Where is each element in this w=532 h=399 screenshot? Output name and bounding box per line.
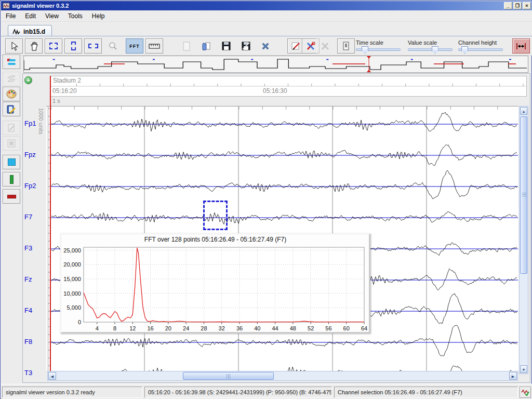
page-start-marker	[50, 76, 51, 370]
marker-green-button[interactable]	[3, 172, 20, 187]
tabstrip: inb15.d	[1, 22, 532, 36]
channel-label-f7[interactable]: F7	[24, 213, 32, 221]
notebook-pencil-icon	[6, 104, 17, 114]
fit-width-icon	[516, 42, 526, 50]
document-icon	[342, 42, 350, 51]
channel-label-f3[interactable]: F3	[24, 244, 32, 252]
value-scale-slider[interactable]	[408, 48, 453, 51]
status-signal-button[interactable]	[520, 387, 531, 398]
menu-view[interactable]: View	[41, 11, 63, 21]
time-scale-label: Time scale	[356, 39, 383, 46]
channel-label-f8[interactable]: F8	[24, 338, 32, 345]
time-scale-slider[interactable]	[356, 48, 401, 51]
ruler-tool-button[interactable]	[145, 38, 163, 54]
montage-button[interactable]	[3, 55, 20, 69]
fft-ytick: 0	[78, 319, 81, 325]
cursor-arrow-icon	[9, 41, 19, 51]
menubar: File Edit View Tools Help	[1, 10, 532, 22]
channel-label-fz[interactable]: Fz	[24, 275, 32, 283]
time-scale-thumb[interactable]	[362, 46, 368, 54]
magnifier-icon	[108, 42, 117, 51]
dashed-vertical-icon	[71, 42, 76, 50]
fit-width-button[interactable]	[512, 38, 530, 54]
stage-label: Stadium 2	[53, 77, 81, 84]
value-scale-thumb[interactable]	[432, 46, 438, 54]
pages-icon	[6, 75, 17, 83]
fft-xtick: 60	[343, 325, 350, 331]
marker-red-button[interactable]	[3, 189, 20, 204]
menu-file[interactable]: File	[1, 11, 20, 21]
dashed-rect-icon	[49, 43, 58, 49]
palette-icon	[6, 89, 17, 99]
status-selection-info: Channel selection 05:16:26.49 - 05:16:27…	[334, 387, 518, 398]
overview-strip[interactable]	[23, 56, 528, 73]
fft-xtick: 48	[290, 325, 296, 331]
pointer-tool-button[interactable]	[5, 38, 23, 54]
edit-annotation-button[interactable]	[3, 121, 20, 135]
save-selection-button[interactable]	[237, 38, 255, 54]
fft-xtick: 56	[325, 325, 331, 331]
horizontal-scrollbar[interactable]: ◀ ▶	[47, 371, 518, 381]
new-document-button[interactable]	[178, 38, 195, 54]
document-info-button[interactable]	[337, 38, 355, 54]
channel-label-fp2[interactable]: Fp2	[24, 182, 36, 190]
signal-check-icon	[521, 388, 529, 396]
fft-xtick: 36	[236, 325, 243, 331]
fft-ytick: 20,000	[63, 261, 81, 268]
scroll-left-button[interactable]: ◀	[48, 372, 56, 380]
scroll-up-button[interactable]: ▲	[520, 107, 527, 115]
minimize-button[interactable]: _	[504, 2, 512, 9]
menu-edit[interactable]: Edit	[20, 11, 41, 21]
fft-tool-button[interactable]: FFT	[126, 38, 143, 54]
red-bar-icon	[7, 195, 16, 198]
channel-height-thumb[interactable]	[461, 46, 468, 54]
signal-icon	[12, 28, 21, 35]
delete-annotation-button[interactable]	[3, 136, 20, 151]
statusbar: signalml viewer version 0.3.2 ready 05:1…	[1, 384, 532, 399]
pan-tool-button[interactable]	[25, 38, 43, 54]
scroll-right-button[interactable]: ▶	[509, 372, 517, 380]
menu-tools[interactable]: Tools	[63, 11, 87, 21]
tab-inb15[interactable]: inb15.d	[8, 25, 52, 36]
channel-label-fp1[interactable]: Fp1	[24, 119, 36, 127]
scroll-down-button[interactable]: ▼	[520, 365, 527, 373]
save-document-button[interactable]	[217, 38, 235, 54]
restore-button[interactable]: ❐	[513, 2, 522, 9]
channel-height-slider[interactable]	[458, 48, 503, 51]
tab-label: inb15.d	[23, 28, 45, 35]
channel-selection-rect[interactable]	[203, 201, 228, 230]
channel-label-t3[interactable]: T3	[24, 369, 32, 377]
horizontal-scroll-thumb[interactable]	[183, 372, 274, 380]
compare-pages-button[interactable]	[3, 72, 20, 86]
vertical-scrollbar[interactable]: ▲ ▼	[519, 106, 528, 374]
remove-tools-button[interactable]	[316, 38, 334, 54]
menu-help[interactable]: Help	[87, 11, 110, 21]
select-channel-tool-button[interactable]	[84, 38, 102, 54]
open-file-icon	[202, 42, 211, 51]
channel-label-fpz[interactable]: Fpz	[24, 151, 36, 158]
time-header[interactable]	[50, 76, 527, 97]
montage-icon	[6, 57, 17, 66]
channel-height-slider-group: Channel height	[458, 39, 503, 51]
vertical-scroll-thumb[interactable]	[520, 116, 527, 274]
select-column-tool-button[interactable]	[64, 38, 82, 54]
dashed-horizontal-icon	[88, 44, 98, 48]
hand-icon	[29, 41, 38, 51]
fft-xtick: 32	[219, 325, 225, 331]
select-block-tool-button[interactable]	[45, 38, 62, 54]
green-bar-icon	[10, 175, 14, 184]
page-x-gray-icon	[7, 139, 16, 148]
open-document-button[interactable]	[197, 38, 215, 54]
fft-xtick: 24	[183, 325, 189, 331]
close-button[interactable]: ×	[523, 2, 531, 9]
close-document-button[interactable]	[257, 38, 274, 54]
floppy-pen-icon	[242, 42, 250, 50]
marker-cyan-button[interactable]	[3, 155, 20, 169]
annotations-button[interactable]	[3, 102, 20, 116]
channel-label-f4[interactable]: F4	[24, 307, 32, 314]
palette-button[interactable]	[3, 87, 20, 101]
fft-xtick: 4	[96, 325, 99, 331]
fft-ytick: 5,000	[66, 304, 81, 311]
zoom-tool-button[interactable]	[104, 38, 122, 54]
value-scale-label: Value scale	[408, 39, 437, 46]
